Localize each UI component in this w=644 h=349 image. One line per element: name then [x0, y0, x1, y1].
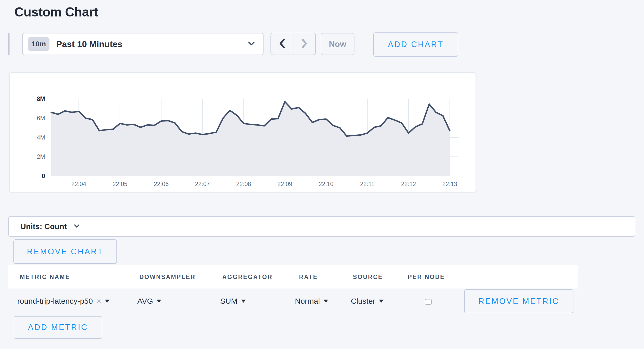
- x-axis-label: 22:10: [319, 181, 334, 187]
- y-axis-label: 2M: [37, 153, 45, 160]
- chevron-down-icon: [248, 41, 255, 47]
- x-axis-label: 22:05: [113, 181, 128, 187]
- toolbar-accent-bar: [8, 33, 10, 55]
- x-axis-label: 22:13: [442, 181, 457, 187]
- time-range-select[interactable]: 10m Past 10 Minutes: [22, 33, 264, 55]
- x-axis-label: 22:11: [360, 181, 375, 187]
- series-area-fill: [51, 102, 450, 176]
- units-select[interactable]: Units: Count: [8, 216, 635, 237]
- chevron-down-icon: [74, 224, 80, 229]
- remove-tag-icon[interactable]: ×: [96, 296, 101, 306]
- column-header-source: SOURCE: [353, 265, 383, 289]
- metric-name-value: round-trip-latency-p50: [17, 297, 93, 306]
- page-title: Custom Chart: [14, 5, 98, 20]
- time-pager: [270, 33, 316, 55]
- latency-area-chart: 02M4M6M8M22:0422:0522:0622:0722:0822:092…: [10, 73, 476, 192]
- chevron-right-icon: [301, 38, 308, 50]
- x-axis-label: 22:09: [277, 181, 292, 187]
- y-axis-label: 0: [42, 173, 45, 179]
- units-label: Units: Count: [20, 222, 67, 231]
- caret-down-icon: [379, 300, 384, 303]
- add-chart-button[interactable]: ADD CHART: [373, 32, 458, 57]
- x-axis-label: 22:12: [401, 181, 416, 187]
- column-header-per-node: PER NODE: [408, 265, 445, 289]
- x-axis-label: 22:04: [71, 181, 86, 187]
- per-node-checkbox[interactable]: [425, 299, 432, 305]
- x-axis-label: 22:06: [154, 181, 169, 187]
- caret-down-icon: [105, 300, 109, 303]
- metrics-table-header: METRIC NAME DOWNSAMPLER AGGREGATOR RATE …: [8, 265, 578, 289]
- y-axis-label: 8M: [37, 95, 45, 102]
- source-value: Cluster: [351, 297, 375, 306]
- custom-chart-page: Custom Chart 10m Past 10 Minutes Now ADD…: [0, 0, 644, 349]
- x-axis-label: 22:07: [195, 181, 210, 187]
- time-step-forward-button[interactable]: [293, 33, 315, 55]
- remove-chart-button[interactable]: REMOVE CHART: [13, 239, 117, 264]
- y-axis-label: 4M: [37, 134, 45, 141]
- column-header-downsampler: DOWNSAMPLER: [139, 265, 196, 289]
- caret-down-icon: [241, 300, 246, 303]
- time-step-back-button[interactable]: [271, 33, 293, 55]
- aggregator-select[interactable]: SUM: [220, 293, 246, 309]
- add-metric-button[interactable]: ADD METRIC: [14, 316, 102, 339]
- y-axis-label: 6M: [37, 115, 45, 121]
- now-button[interactable]: Now: [321, 33, 354, 55]
- column-header-metric-name: METRIC NAME: [20, 265, 70, 289]
- metric-name-select[interactable]: round-trip-latency-p50 ×: [17, 293, 109, 309]
- time-range-label: Past 10 Minutes: [56, 39, 122, 49]
- aggregator-value: SUM: [220, 297, 238, 306]
- caret-down-icon: [324, 300, 328, 303]
- column-header-aggregator: AGGREGATOR: [222, 265, 273, 289]
- source-select[interactable]: Cluster: [351, 293, 384, 309]
- rate-select[interactable]: Normal: [295, 293, 328, 309]
- downsampler-value: AVG: [137, 297, 153, 306]
- caret-down-icon: [157, 300, 161, 303]
- chevron-left-icon: [279, 38, 285, 50]
- time-range-badge: 10m: [28, 37, 49, 51]
- x-axis-label: 22:08: [236, 181, 251, 187]
- remove-metric-button[interactable]: REMOVE METRIC: [464, 289, 573, 313]
- column-header-rate: RATE: [299, 265, 318, 289]
- chart-card: 02M4M6M8M22:0422:0522:0622:0722:0822:092…: [9, 72, 476, 193]
- rate-value: Normal: [295, 297, 320, 306]
- downsampler-select[interactable]: AVG: [137, 293, 161, 309]
